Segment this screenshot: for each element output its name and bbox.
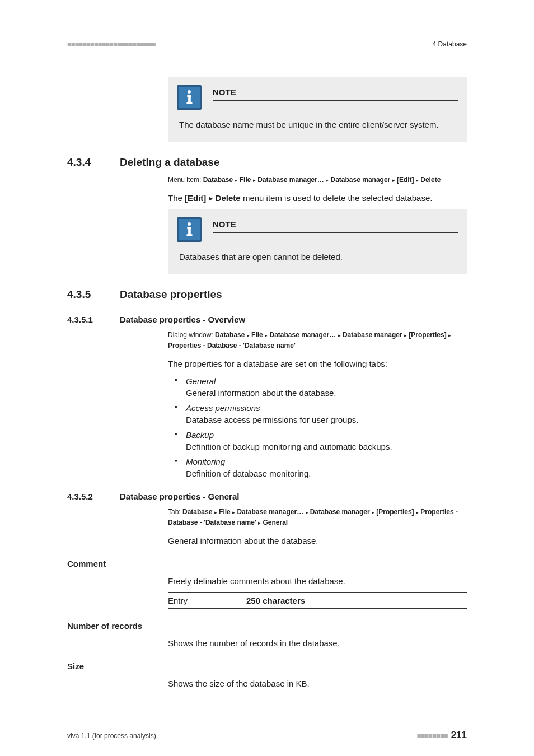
section-4-3-4: 4.3.4 Deleting a database: [67, 155, 467, 170]
section-4-3-5: 4.3.5 Database properties: [67, 287, 467, 302]
breadcrumb-4351: Dialog window: Database ▸ File ▸ Databas…: [168, 330, 467, 351]
breadcrumb-434: Menu item: Database ▸ File ▸ Database ma…: [168, 175, 467, 185]
info-icon: [177, 217, 202, 242]
section-number: 4.3.4: [67, 155, 120, 170]
list-item: Access permissionsDatabase access permis…: [178, 402, 467, 426]
size-desc: Shows the size of the database in KB.: [168, 678, 467, 689]
subsection-4-3-5-2: 4.3.5.2 Database properties - General: [67, 491, 467, 502]
section-title: Deleting a database: [120, 155, 219, 170]
svg-rect-3: [186, 102, 192, 104]
subsection-title: Database properties - General: [120, 491, 239, 502]
footer-left: viva 1.1 (for process analysis): [67, 731, 156, 741]
note-text: Databases that are open cannot be delete…: [177, 251, 458, 263]
entry-label: Entry: [168, 595, 246, 606]
comment-desc: Freely definable comments about the data…: [168, 575, 467, 587]
page-header: ■■■■■■■■■■■■■■■■■■■■■■■ 4 Database: [67, 39, 467, 49]
svg-rect-2: [188, 95, 191, 104]
subsection-number: 4.3.5.2: [67, 491, 120, 502]
body-text-434: The [Edit] ▸ Delete menu item is used to…: [168, 192, 467, 204]
svg-rect-7: [186, 234, 192, 236]
intro-4351: The properties for a database are set on…: [168, 358, 467, 370]
header-section-label: 4 Database: [433, 40, 467, 49]
subsection-4-3-5-1: 4.3.5.1 Database properties - Overview: [67, 314, 467, 325]
breadcrumb-4352: Tab: Database ▸ File ▸ Database manager……: [168, 507, 467, 528]
list-item: GeneralGeneral information about the dat…: [178, 375, 467, 399]
section-number: 4.3.5: [67, 287, 120, 302]
note-box-1: NOTE The database name must be unique in…: [168, 77, 467, 142]
svg-point-0: [188, 90, 191, 94]
header-dashes-left: ■■■■■■■■■■■■■■■■■■■■■■■: [67, 39, 156, 49]
section-title: Database properties: [120, 287, 222, 302]
note-heading: NOTE: [213, 218, 458, 233]
numrec-desc: Shows the number of records in the datab…: [168, 637, 467, 649]
note-heading: NOTE: [213, 86, 458, 101]
field-label-numrec: Number of records: [67, 620, 467, 632]
field-label-comment: Comment: [67, 558, 467, 570]
note-text: The database name must be unique in the …: [177, 119, 458, 130]
intro-4352: General information about the database.: [168, 535, 467, 547]
info-icon: [177, 85, 202, 110]
subsection-number: 4.3.5.1: [67, 314, 120, 325]
list-item: BackupDefinition of backup monitoring an…: [178, 429, 467, 452]
page-footer: viva 1.1 (for process analysis) ■■■■■■■■…: [67, 729, 467, 742]
note-box-2: NOTE Databases that are open cannot be d…: [168, 209, 467, 274]
entry-row: Entry 250 characters: [168, 592, 467, 609]
footer-dashes: ■■■■■■■■: [417, 731, 448, 741]
svg-point-4: [188, 222, 191, 226]
svg-rect-6: [188, 227, 191, 235]
field-label-size: Size: [67, 660, 467, 672]
subsection-title: Database properties - Overview: [120, 314, 245, 325]
page-number: 211: [451, 729, 467, 742]
list-item: MonitoringDefinition of database monitor…: [178, 456, 467, 479]
tabs-list: GeneralGeneral information about the dat…: [168, 375, 467, 479]
entry-value: 250 characters: [246, 595, 305, 606]
